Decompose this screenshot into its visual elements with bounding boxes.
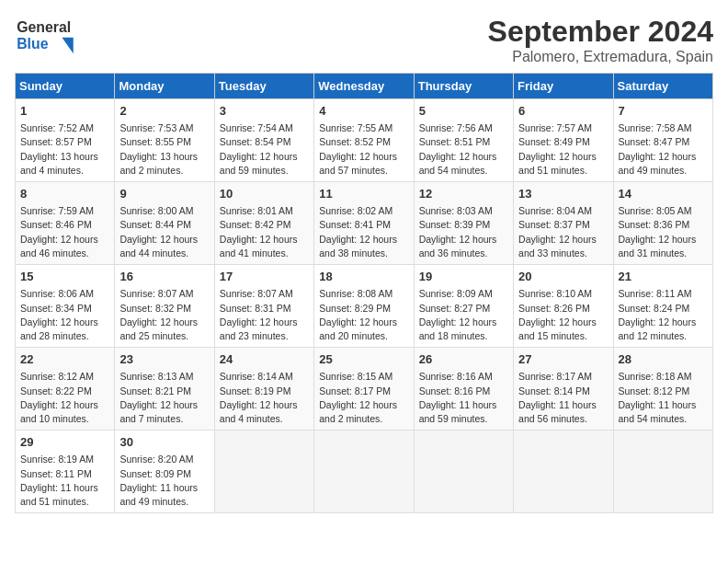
day-info: Sunrise: 8:12 AMSunset: 8:22 PMDaylight:… xyxy=(20,370,109,426)
calendar-cell: 19Sunrise: 8:09 AMSunset: 8:27 PMDayligh… xyxy=(414,265,513,348)
calendar-cell: 8Sunrise: 7:59 AMSunset: 8:46 PMDaylight… xyxy=(16,182,115,265)
weekday-header-sunday: Sunday xyxy=(16,74,115,99)
calendar-cell: 27Sunrise: 8:17 AMSunset: 8:14 PMDayligh… xyxy=(514,348,613,431)
calendar-cell: 3Sunrise: 7:54 AMSunset: 8:54 PMDaylight… xyxy=(214,99,313,182)
calendar-cell: 14Sunrise: 8:05 AMSunset: 8:36 PMDayligh… xyxy=(613,182,712,265)
calendar-header-row: SundayMondayTuesdayWednesdayThursdayFrid… xyxy=(16,74,713,99)
calendar-cell: 23Sunrise: 8:13 AMSunset: 8:21 PMDayligh… xyxy=(115,348,214,431)
calendar-cell: 16Sunrise: 8:07 AMSunset: 8:32 PMDayligh… xyxy=(115,265,214,348)
weekday-header-monday: Monday xyxy=(115,74,214,99)
calendar-cell: 21Sunrise: 8:11 AMSunset: 8:24 PMDayligh… xyxy=(613,265,712,348)
day-number: 5 xyxy=(419,103,508,120)
calendar-cell: 24Sunrise: 8:14 AMSunset: 8:19 PMDayligh… xyxy=(214,348,313,431)
calendar-cell: 20Sunrise: 8:10 AMSunset: 8:26 PMDayligh… xyxy=(514,265,613,348)
calendar-week-1: 1Sunrise: 7:52 AMSunset: 8:57 PMDaylight… xyxy=(16,99,713,182)
day-info: Sunrise: 8:10 AMSunset: 8:26 PMDaylight:… xyxy=(518,287,608,343)
day-info: Sunrise: 8:20 AMSunset: 8:09 PMDaylight:… xyxy=(119,453,209,509)
page-title: September 2024 xyxy=(488,15,713,49)
day-number: 24 xyxy=(220,351,309,368)
calendar-cell: 26Sunrise: 8:16 AMSunset: 8:16 PMDayligh… xyxy=(414,348,513,431)
day-info: Sunrise: 7:53 AMSunset: 8:55 PMDaylight:… xyxy=(119,121,209,178)
calendar-cell: 29Sunrise: 8:19 AMSunset: 8:11 PMDayligh… xyxy=(16,431,115,513)
day-info: Sunrise: 7:59 AMSunset: 8:46 PMDaylight:… xyxy=(20,204,109,260)
calendar-cell: 4Sunrise: 7:55 AMSunset: 8:52 PMDaylight… xyxy=(314,99,414,182)
calendar-week-3: 15Sunrise: 8:06 AMSunset: 8:34 PMDayligh… xyxy=(16,265,713,348)
day-number: 23 xyxy=(119,351,209,368)
day-info: Sunrise: 8:17 AMSunset: 8:14 PMDaylight:… xyxy=(518,370,608,426)
day-number: 14 xyxy=(619,186,708,202)
day-info: Sunrise: 8:15 AMSunset: 8:17 PMDaylight:… xyxy=(319,370,408,426)
day-number: 9 xyxy=(119,186,209,202)
calendar-cell: 12Sunrise: 8:03 AMSunset: 8:39 PMDayligh… xyxy=(414,182,513,265)
calendar-cell xyxy=(414,431,513,513)
day-info: Sunrise: 8:03 AMSunset: 8:39 PMDaylight:… xyxy=(419,204,508,260)
day-info: Sunrise: 8:05 AMSunset: 8:36 PMDaylight:… xyxy=(619,204,708,260)
day-info: Sunrise: 8:16 AMSunset: 8:16 PMDaylight:… xyxy=(419,370,508,426)
day-number: 26 xyxy=(419,351,508,368)
day-number: 15 xyxy=(20,269,109,285)
page-subtitle: Palomero, Extremadura, Spain xyxy=(488,49,713,65)
day-info: Sunrise: 8:00 AMSunset: 8:44 PMDaylight:… xyxy=(119,204,209,260)
day-info: Sunrise: 8:09 AMSunset: 8:27 PMDaylight:… xyxy=(419,287,508,343)
day-info: Sunrise: 8:14 AMSunset: 8:19 PMDaylight:… xyxy=(220,370,309,426)
svg-text:Blue: Blue xyxy=(17,36,48,52)
day-number: 22 xyxy=(20,351,109,368)
day-info: Sunrise: 8:07 AMSunset: 8:32 PMDaylight:… xyxy=(119,287,209,343)
weekday-header-friday: Friday xyxy=(514,74,613,99)
calendar-cell: 28Sunrise: 8:18 AMSunset: 8:12 PMDayligh… xyxy=(613,348,712,431)
day-number: 29 xyxy=(20,434,109,451)
weekday-header-saturday: Saturday xyxy=(613,74,712,99)
calendar-cell: 22Sunrise: 8:12 AMSunset: 8:22 PMDayligh… xyxy=(16,348,115,431)
calendar-cell xyxy=(314,431,414,513)
day-number: 3 xyxy=(220,103,309,120)
calendar-week-4: 22Sunrise: 8:12 AMSunset: 8:22 PMDayligh… xyxy=(16,348,713,431)
calendar-cell xyxy=(214,431,313,513)
calendar-cell: 15Sunrise: 8:06 AMSunset: 8:34 PMDayligh… xyxy=(16,265,115,348)
day-number: 7 xyxy=(619,103,708,120)
logo: General Blue xyxy=(15,15,88,55)
day-number: 11 xyxy=(319,186,408,202)
day-info: Sunrise: 7:52 AMSunset: 8:57 PMDaylight:… xyxy=(20,121,109,178)
day-number: 18 xyxy=(319,269,408,285)
day-number: 20 xyxy=(518,269,608,285)
day-info: Sunrise: 7:55 AMSunset: 8:52 PMDaylight:… xyxy=(319,121,408,178)
day-info: Sunrise: 8:04 AMSunset: 8:37 PMDaylight:… xyxy=(518,204,608,260)
calendar-week-5: 29Sunrise: 8:19 AMSunset: 8:11 PMDayligh… xyxy=(16,431,713,513)
svg-text:General: General xyxy=(17,19,71,35)
day-number: 17 xyxy=(220,269,309,285)
day-info: Sunrise: 7:57 AMSunset: 8:49 PMDaylight:… xyxy=(518,121,608,178)
day-number: 19 xyxy=(419,269,508,285)
day-number: 27 xyxy=(518,351,608,368)
calendar-cell: 11Sunrise: 8:02 AMSunset: 8:41 PMDayligh… xyxy=(314,182,414,265)
weekday-header-thursday: Thursday xyxy=(414,74,513,99)
calendar-cell: 18Sunrise: 8:08 AMSunset: 8:29 PMDayligh… xyxy=(314,265,414,348)
day-number: 1 xyxy=(20,103,109,120)
day-info: Sunrise: 8:02 AMSunset: 8:41 PMDaylight:… xyxy=(319,204,408,260)
logo-svg: General Blue xyxy=(15,15,88,55)
calendar-cell: 10Sunrise: 8:01 AMSunset: 8:42 PMDayligh… xyxy=(214,182,313,265)
day-number: 12 xyxy=(419,186,508,202)
calendar-cell: 13Sunrise: 8:04 AMSunset: 8:37 PMDayligh… xyxy=(514,182,613,265)
calendar-cell: 5Sunrise: 7:56 AMSunset: 8:51 PMDaylight… xyxy=(414,99,513,182)
day-number: 16 xyxy=(119,269,209,285)
day-number: 28 xyxy=(619,351,708,368)
weekday-header-wednesday: Wednesday xyxy=(314,74,414,99)
page-header: General Blue September 2024 Palomero, Ex… xyxy=(15,15,713,65)
calendar-table: SundayMondayTuesdayWednesdayThursdayFrid… xyxy=(15,73,713,513)
day-info: Sunrise: 8:07 AMSunset: 8:31 PMDaylight:… xyxy=(220,287,309,343)
day-info: Sunrise: 7:58 AMSunset: 8:47 PMDaylight:… xyxy=(619,121,708,178)
day-info: Sunrise: 8:11 AMSunset: 8:24 PMDaylight:… xyxy=(619,287,708,343)
day-number: 6 xyxy=(518,103,608,120)
day-number: 30 xyxy=(119,434,209,451)
day-info: Sunrise: 7:54 AMSunset: 8:54 PMDaylight:… xyxy=(220,121,309,178)
day-info: Sunrise: 8:06 AMSunset: 8:34 PMDaylight:… xyxy=(20,287,109,343)
weekday-header-tuesday: Tuesday xyxy=(214,74,313,99)
svg-marker-2 xyxy=(62,38,73,54)
day-number: 13 xyxy=(518,186,608,202)
day-info: Sunrise: 7:56 AMSunset: 8:51 PMDaylight:… xyxy=(419,121,508,178)
day-number: 4 xyxy=(319,103,408,120)
day-info: Sunrise: 8:18 AMSunset: 8:12 PMDaylight:… xyxy=(619,370,708,426)
day-info: Sunrise: 8:19 AMSunset: 8:11 PMDaylight:… xyxy=(20,453,109,509)
calendar-cell: 17Sunrise: 8:07 AMSunset: 8:31 PMDayligh… xyxy=(214,265,313,348)
day-number: 25 xyxy=(319,351,408,368)
